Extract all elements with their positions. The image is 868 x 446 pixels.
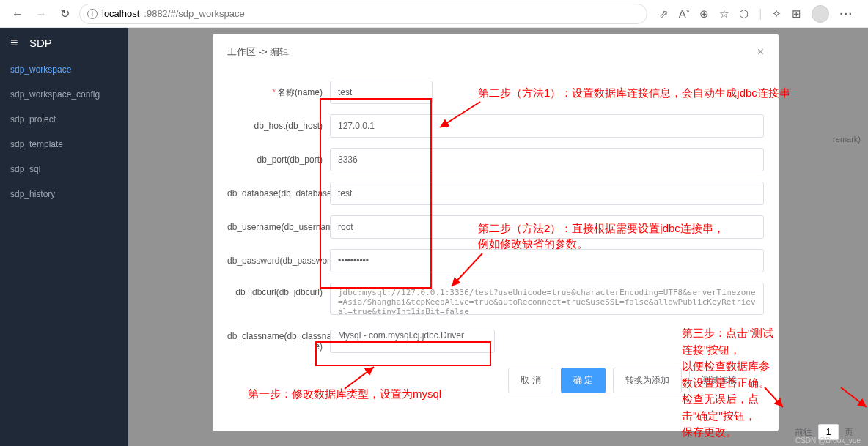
label-dbusername: db_username(db_username) bbox=[227, 222, 330, 232]
annotation-step3-3: 检查无误后，点击"确定"按钮， bbox=[682, 391, 779, 424]
main-content: remark) 工作区 -> 编辑 × *名称(name) db_host(db… bbox=[128, 28, 868, 446]
confirm-button[interactable]: 确 定 bbox=[561, 368, 606, 393]
label-classname: db_classname(db_classname)e) bbox=[227, 331, 330, 352]
collections-icon[interactable]: ⊞ bbox=[792, 7, 801, 21]
watermark: CSDN @Brook_vue bbox=[795, 436, 861, 445]
hamburger-icon[interactable] bbox=[10, 35, 22, 51]
name-input[interactable] bbox=[330, 81, 433, 104]
app-title: SDP bbox=[29, 37, 52, 49]
dbport-input[interactable] bbox=[330, 148, 764, 171]
app-header: SDP bbox=[0, 28, 128, 57]
refresh-button[interactable]: ↻ bbox=[56, 5, 73, 23]
sidebar-item-workspace[interactable]: sdp_workspace bbox=[0, 57, 128, 82]
favorites-bar-icon[interactable]: ✧ bbox=[772, 7, 781, 21]
test-connection-button[interactable]: 测试连接 bbox=[689, 368, 749, 393]
address-bar[interactable]: i localhost:9882/#/sdp_workspace bbox=[79, 4, 647, 24]
share-icon[interactable]: ⇗ bbox=[659, 7, 669, 21]
sidebar-item-sql[interactable]: sdp_sql bbox=[0, 157, 128, 182]
text-size-icon[interactable]: A» bbox=[679, 7, 689, 20]
more-icon[interactable]: ··· bbox=[839, 7, 853, 20]
browser-actions: ⇗ A» ⊕ ☆ ⬡ | ✧ ⊞ ··· bbox=[653, 5, 859, 23]
sidebar: SDP sdp_workspace sdp_workspace_config s… bbox=[0, 28, 128, 446]
jdbcurl-input[interactable]: jdbc:mysql://127.0.0.1:3336/test?useUnic… bbox=[330, 283, 764, 315]
label-name: 名称(name) bbox=[277, 87, 323, 97]
dbusername-input[interactable] bbox=[330, 215, 764, 239]
classname-select[interactable]: Mysql - com.mysql.cj.jdbc.Driver bbox=[330, 330, 495, 353]
sidebar-item-workspace-config[interactable]: sdp_workspace_config bbox=[0, 82, 128, 107]
favorite-icon[interactable]: ☆ bbox=[719, 7, 729, 21]
url-path: :9882/#/sdp_workspace bbox=[144, 8, 244, 19]
label-jdbcurl: db_jdbcurl(db_jdbcurl) bbox=[227, 283, 330, 297]
convert-button[interactable]: 转换为添加 bbox=[613, 368, 682, 393]
label-dbport: db_port(db_port) bbox=[227, 155, 330, 165]
label-dbhost: db_host(db_host) bbox=[227, 121, 330, 131]
sidebar-item-template[interactable]: sdp_template bbox=[0, 132, 128, 157]
close-icon[interactable]: × bbox=[757, 45, 764, 59]
back-button[interactable]: ← bbox=[9, 5, 26, 23]
url-host: localhost bbox=[102, 8, 139, 19]
cancel-button[interactable]: 取 消 bbox=[508, 368, 553, 393]
info-icon: i bbox=[87, 9, 98, 19]
label-dbpassword: db_password(db_password) bbox=[227, 256, 330, 266]
dbhost-input[interactable] bbox=[330, 114, 764, 138]
browser-toolbar: ← → ↻ i localhost:9882/#/sdp_workspace ⇗… bbox=[0, 0, 868, 28]
extension-icon[interactable]: ⬡ bbox=[739, 7, 749, 21]
zoom-icon[interactable]: ⊕ bbox=[699, 7, 709, 21]
profile-avatar[interactable] bbox=[812, 5, 829, 23]
label-dbdatabase: db_database(db_database) bbox=[227, 188, 330, 198]
sidebar-item-history[interactable]: sdp_history bbox=[0, 182, 128, 207]
edit-modal: 工作区 -> 编辑 × *名称(name) db_host(db_host) d… bbox=[213, 34, 779, 431]
dbdatabase-input[interactable] bbox=[330, 182, 764, 205]
modal-title: 工作区 -> 编辑 bbox=[227, 45, 289, 59]
forward-button[interactable]: → bbox=[32, 5, 50, 23]
dbpassword-input[interactable] bbox=[330, 249, 764, 272]
sidebar-item-project[interactable]: sdp_project bbox=[0, 107, 128, 132]
